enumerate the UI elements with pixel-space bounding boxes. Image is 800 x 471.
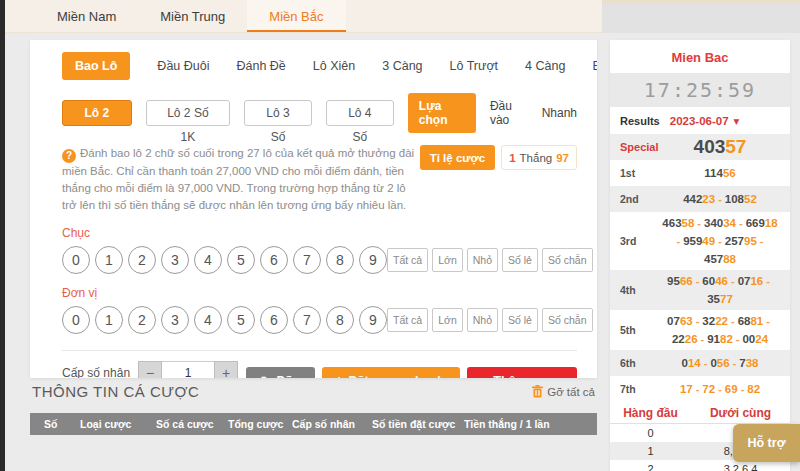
input-mode-group: Lựa chọn Đầu vào Nhanh — [408, 93, 577, 133]
tab-dau-duoi[interactable]: Đầu Đuôi — [157, 59, 209, 73]
filter-odd-button[interactable]: Số lẻ — [502, 308, 538, 332]
tab-bao-lo[interactable]: Bao Lô — [62, 52, 130, 80]
odds-rate-button[interactable]: Tỉ lệ cược — [420, 145, 496, 170]
multiplier-input[interactable] — [162, 361, 214, 378]
tab-mien-bac[interactable]: Miền Bắc — [247, 0, 345, 32]
digit-button[interactable]: 4 — [194, 306, 222, 334]
filter-small-button[interactable]: Nhỏ — [467, 248, 498, 272]
filter-even-button[interactable]: Số chẵn — [542, 308, 593, 332]
description-row: ?Đánh bao lô 2 chữ số cuối trong 27 lô c… — [62, 145, 577, 214]
bet-type-lo-4-so[interactable]: Lô 4 Số — [326, 100, 394, 126]
digit-button[interactable]: 2 — [128, 246, 156, 274]
bet-type-row: Lô 2 Số Lô 2 Số 1K Lô 3 Số Lô 4 Số Lựa c… — [62, 93, 577, 133]
multiplier-stepper: Cấp số nhân − + — [62, 361, 246, 378]
prize-row-2nd: 2nd 44223-10852 — [610, 186, 790, 212]
tab-mien-nam[interactable]: Miền Nam — [35, 0, 138, 32]
prize-row-3rd: 3rd 46358-34034-66918-95949-25795-45788 — [610, 212, 790, 270]
action-buttons: ↻ Dãy ϟ Đặt cược nhanh ↓ Thêm cược — [246, 361, 577, 378]
prize-row-1st: 1st 11456 — [610, 160, 790, 186]
units-label: Đơn vị — [62, 286, 577, 300]
support-button[interactable]: Hỗ trợ — [733, 424, 800, 462]
prize-row-5th: 5th 0763-3222-6881-2226-9182-0024 — [610, 310, 790, 350]
digit-button[interactable]: 7 — [293, 246, 321, 274]
digit-button[interactable]: 0 — [62, 306, 90, 334]
stepper-plus-button[interactable]: + — [214, 361, 238, 378]
topbar-right-filler — [602, 0, 800, 33]
filter-small-button[interactable]: Nhỏ — [467, 308, 498, 332]
refresh-icon: ↻ — [261, 374, 272, 379]
digit-button[interactable]: 6 — [260, 246, 288, 274]
digit-button[interactable]: 9 — [359, 306, 387, 334]
chevron-down-icon: ▾ — [734, 114, 740, 128]
digit-button[interactable]: 8 — [326, 246, 354, 274]
prize-row-special: Special 40357 — [610, 134, 790, 160]
odds-value: 1 Thắng 97 — [501, 145, 577, 170]
series-button[interactable]: ↻ Dãy — [246, 367, 315, 378]
divider — [62, 350, 577, 351]
filter-clear-button[interactable]: Gỡ — [597, 248, 598, 272]
filter-big-button[interactable]: Lớn — [432, 248, 463, 272]
bet-type-lo-3-so[interactable]: Lô 3 Số — [244, 100, 312, 126]
add-bet-button[interactable]: ↓ Thêm cược — [467, 367, 577, 378]
tab-3-cang[interactable]: 3 Càng — [382, 59, 422, 73]
filter-all-button[interactable]: Tất cả — [387, 248, 428, 272]
digit-button[interactable]: 3 — [161, 246, 189, 274]
main-panel: Bao Lô Đầu Đuôi Đánh Đề Lô Xiên 3 Càng L… — [30, 40, 597, 378]
bet-table-header: Số Loại cược Số cá cược Tổng cược Cấp số… — [30, 413, 597, 435]
bet-type-lo-2-so-1k[interactable]: Lô 2 Số 1K — [146, 100, 230, 126]
filter-odd-button[interactable]: Số lẻ — [502, 248, 538, 272]
digit-button[interactable]: 9 — [359, 246, 387, 274]
bet-type-lo-2-so[interactable]: Lô 2 Số — [62, 100, 132, 126]
help-icon: ? — [62, 149, 76, 163]
digit-button[interactable]: 7 — [293, 306, 321, 334]
lightning-icon: ϟ — [337, 374, 344, 379]
countdown-clock: 17:25:59 — [610, 73, 790, 107]
sidebar-title: Mien Bac — [610, 40, 790, 73]
mode-dau-vao[interactable]: Đầu vào — [490, 99, 528, 127]
bet-info-title: THÔNG TIN CÁ CƯỢC — [32, 383, 199, 400]
digit-button[interactable]: 6 — [260, 306, 288, 334]
digit-button[interactable]: 5 — [227, 246, 255, 274]
tab-danh-de[interactable]: Đánh Đề — [236, 59, 285, 73]
tab-lo-truot[interactable]: Lô Trượt — [450, 59, 499, 73]
bet-description: ?Đánh bao lô 2 chữ số cuối trong 27 lô c… — [62, 145, 420, 214]
results-label: Results — [620, 115, 660, 127]
digit-button[interactable]: 4 — [194, 246, 222, 274]
digit-button[interactable]: 1 — [95, 246, 123, 274]
digit-button[interactable]: 3 — [161, 306, 189, 334]
mode-nhanh[interactable]: Nhanh — [542, 106, 577, 120]
prize-row-4th: 4th 9566-6046-0716-3577 — [610, 270, 790, 310]
digit-button[interactable]: 1 — [95, 306, 123, 334]
tab-mien-trung[interactable]: Miền Trung — [138, 0, 247, 32]
digit-button[interactable]: 2 — [128, 306, 156, 334]
bet-controls-row: Cấp số nhân − + Đã chọn: 0 Số Số tiền cư… — [62, 361, 577, 378]
prize-row-7th: 7th 17-72-69-82 — [610, 376, 790, 402]
results-date-dropdown[interactable]: 2023-06-07 ▾ — [670, 114, 740, 128]
filter-all-button[interactable]: Tất cả — [387, 308, 428, 332]
mode-lua-chon[interactable]: Lựa chọn — [408, 93, 476, 133]
digit-button[interactable]: 8 — [326, 306, 354, 334]
trash-icon — [532, 385, 543, 398]
tens-label: Chục — [62, 226, 577, 240]
filter-big-button[interactable]: Lớn — [432, 308, 463, 332]
digit-button[interactable]: 5 — [227, 306, 255, 334]
region-tab-bar: Miền Nam Miền Trung Miền Bắc — [5, 0, 602, 33]
digit-button[interactable]: 0 — [62, 246, 90, 274]
tab-bao-cao-dat-cuoc[interactable]: Báo cáo đặt cược — [592, 59, 597, 73]
bet-info-section: THÔNG TIN CÁ CƯỢC Gỡ tất cả Số Loại cược… — [30, 383, 597, 435]
filter-even-button[interactable]: Số chẵn — [542, 248, 593, 272]
digit-summary-header: Hàng đầu Dưới cùng — [610, 402, 790, 424]
multiplier-label: Cấp số nhân — [62, 366, 130, 378]
down-arrow-icon: ↓ — [482, 374, 489, 379]
left-edge-strip — [0, 0, 5, 471]
clear-all-button[interactable]: Gỡ tất cả — [532, 385, 595, 398]
prize-row-6th: 6th 014-056-738 — [610, 350, 790, 376]
bet-category-tabs: Bao Lô Đầu Đuôi Đánh Đề Lô Xiên 3 Càng L… — [62, 52, 577, 80]
quick-bet-button[interactable]: ϟ Đặt cược nhanh — [322, 367, 460, 378]
tab-lo-xien[interactable]: Lô Xiên — [313, 59, 355, 73]
results-sidebar: Mien Bac 17:25:59 Results 2023-06-07 ▾ S… — [610, 40, 790, 471]
filter-clear-button[interactable]: Gỡ — [597, 308, 598, 332]
units-digit-row: 0 1 2 3 4 5 6 7 8 9 Tất cả Lớn Nhỏ Số lẻ… — [62, 306, 577, 334]
stepper-minus-button[interactable]: − — [138, 361, 162, 378]
tab-4-cang[interactable]: 4 Càng — [525, 59, 565, 73]
